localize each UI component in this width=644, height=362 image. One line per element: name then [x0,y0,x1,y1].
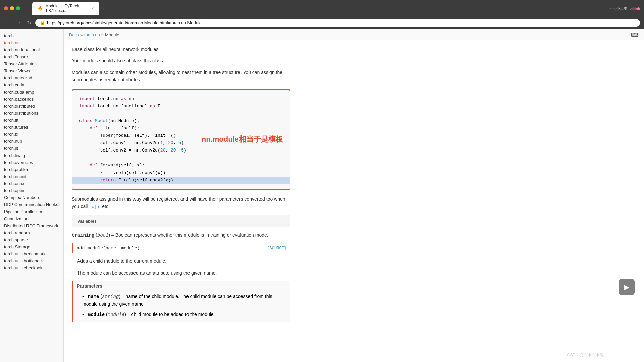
submodule-text-post: , etc. [100,204,110,209]
intro-text-2: Your models should also subclass this cl… [72,57,290,64]
param-module: module (Module) – child module to be add… [77,309,286,320]
minimize-button[interactable] [10,6,14,10]
sidebar-item-quantization[interactable]: Quantization [0,215,63,222]
close-button[interactable] [4,6,8,10]
sidebar-item-torch-distributions[interactable]: torch.distributions [0,110,63,117]
sidebar-item-torch-sparse[interactable]: torch.sparse [0,236,63,243]
code-line-3 [79,110,283,117]
tab-close-button[interactable]: ✕ [91,7,94,10]
param-name: name (string) – name of the child module… [77,291,286,309]
breadcrumb: Docs » torch.nn » Module [69,32,119,37]
training-entry: training (bool) – Boolean represents whe… [72,231,290,239]
sidebar-item-torch-cuda-amp[interactable]: torch.cuda.amp [0,88,63,96]
content-body: Base class for all neural network module… [64,40,299,330]
api-source-link[interactable]: [SOURCE] [267,246,286,251]
breadcrumb-torch-nn[interactable]: torch.nn [84,32,100,37]
sidebar-item-torch-linalg[interactable]: torch.linalg [0,152,63,159]
api-desc-1: Adds a child module to the current modul… [77,257,290,265]
bili-icon: bilibili [629,6,640,10]
browser-chrome: 🔥 Module — PyTorch 1.8.1 docu... ✕ + 一只小… [0,0,644,29]
url-bar[interactable]: 🔒 https://pytorch.org/docs/stable/genera… [35,19,640,27]
training-desc: – Boolean represents whether this module… [111,232,268,238]
sidebar-item-torch-distributed[interactable]: torch.distributed [0,103,63,110]
breadcrumb-docs[interactable]: Docs [69,32,79,37]
sidebar-item-torch-fft[interactable]: torch.fft [0,117,63,124]
sidebar-item-torch-nn-init[interactable]: torch.nn.init [0,173,63,180]
sidebar-item-torch-utils-checkpoint[interactable]: torch.utils.checkpoint [0,264,63,272]
sidebar-item-torch-backends[interactable]: torch.backends [0,96,63,103]
code-line-5: def __init__(self): [79,125,283,132]
sidebar-item-torch-nn[interactable]: torch.nn [0,39,63,46]
sidebar-item-torch-cuda[interactable]: torch.cuda [0,81,63,88]
sidebar-item-torch-fx[interactable]: torch.fx [0,131,63,138]
new-tab-button[interactable]: + [101,5,107,12]
sidebar: torch torch.nn torch.nn.functional torch… [0,29,64,362]
code-line-11: x = F.relu(self.conv1(x)) [79,169,283,177]
lock-icon: 🔒 [40,20,45,25]
code-block: import torch.nn as nn import torch.nn.fu… [72,89,290,190]
sidebar-item-torch-random[interactable]: torch.random [0,229,63,236]
sidebar-item-torch-utils-benchmark[interactable]: torch.utils.benchmark [0,250,63,257]
main-layout: torch torch.nn torch.nn.functional torch… [0,29,644,362]
sidebar-item-tensor-attributes[interactable]: Tensor Attributes [0,60,63,67]
play-icon: ▶ [624,283,629,291]
content-area: Docs » torch.nn » Module ⌨ Base class fo… [64,29,644,362]
sidebar-item-torch-autograd[interactable]: torch.autograd [0,74,63,81]
code-line-4: class Model(nn.Module): [79,117,283,125]
sidebar-item-complex-numbers[interactable]: Complex Numbers [0,194,63,201]
sidebar-item-torch[interactable]: torch [0,32,63,39]
code-line-1: import torch.nn as nn [79,95,283,103]
intro-text-3: Modules can also contain other Modules, … [72,69,290,84]
submodule-text: Submodules assigned in this way will be … [72,195,290,211]
api-signature: add_module(name, module) [SOURCE] [77,246,286,251]
maximize-button[interactable] [16,6,20,10]
url-text: https://pytorch.org/docs/stable/generate… [47,20,202,25]
play-widget[interactable]: ▶ [619,279,635,295]
header-icon-1: 一只小土堆 [609,6,627,11]
sidebar-item-distributed-rpc[interactable]: Distributed RPC Framework [0,222,63,229]
sidebar-item-pipeline[interactable]: Pipeline Parallelism [0,208,63,215]
sidebar-item-torch-profiler[interactable]: torch.profiler [0,166,63,173]
sidebar-item-torch-nn-functional[interactable]: torch.nn.functional [0,46,63,53]
sidebar-item-torch-futures[interactable]: torch.futures [0,124,63,131]
sidebar-item-torch-jit[interactable]: torch.jit [0,145,63,152]
training-label: training [72,233,94,238]
sidebar-item-tensor-views[interactable]: Tensor Views [0,67,63,74]
code-line-8: self.conv2 = nn.Conv2d(20, 20, 5) [79,147,283,154]
tab-title: Module — PyTorch 1.8.1 docu... [45,4,89,13]
tab-favicon: 🔥 [38,6,43,11]
breadcrumb-sep-2: » [101,32,104,37]
csdn-watermark: CSDN @布卡布卡呢 [567,352,604,358]
code-line-10: def forward(self, x): [79,162,283,169]
to-link[interactable]: to() [89,204,99,209]
browser-tab[interactable]: 🔥 Module — PyTorch 1.8.1 docu... ✕ [32,2,99,15]
sidebar-item-torch-hub[interactable]: torch.hub [0,138,63,145]
sidebar-item-torch-storage[interactable]: torch.Storage [0,243,63,250]
intro-text-1: Base class for all neural network module… [72,46,290,53]
sidebar-item-torch-optim[interactable]: torch.optim [0,187,63,194]
sidebar-item-torch-overrides[interactable]: torch.overrides [0,159,63,166]
training-type: bool [97,233,109,238]
code-line-2: import torch.nn.functional as F [79,103,283,110]
variables-header: Variables [77,219,285,224]
forward-button[interactable]: → [15,19,23,26]
code-line-12: return F.relu(self.conv2(x)) [79,177,283,184]
title-bar: 🔥 Module — PyTorch 1.8.1 docu... ✕ + 一只小… [0,0,644,17]
params-section: Parameters name (string) – name of the c… [72,281,290,322]
code-annotation: nn.module相当于是模板 [202,134,283,144]
traffic-lights [4,6,20,10]
address-bar: ← → ↻ 🔒 https://pytorch.org/docs/stable/… [0,17,644,29]
api-sig-text: add_module(name, module) [77,246,140,251]
sidebar-item-torch-tensor[interactable]: torch.Tensor [0,53,63,60]
reload-button[interactable]: ↻ [25,19,33,27]
api-entry-add-module: add_module(name, module) [SOURCE] [72,243,290,253]
code-line-9 [79,154,283,162]
variables-section: Variables [72,215,290,227]
breadcrumb-module: Module [105,32,119,37]
toolbar-icon[interactable]: ⌨ [631,32,639,38]
api-desc-2: The module can be accessed as an attribu… [77,269,290,277]
sidebar-item-torch-utils-bottleneck[interactable]: torch.utils.bottleneck [0,257,63,264]
sidebar-item-ddp[interactable]: DDP Communication Hooks [0,201,63,208]
back-button[interactable]: ← [4,19,12,26]
sidebar-item-torch-onnx[interactable]: torch.onnx [0,180,63,187]
